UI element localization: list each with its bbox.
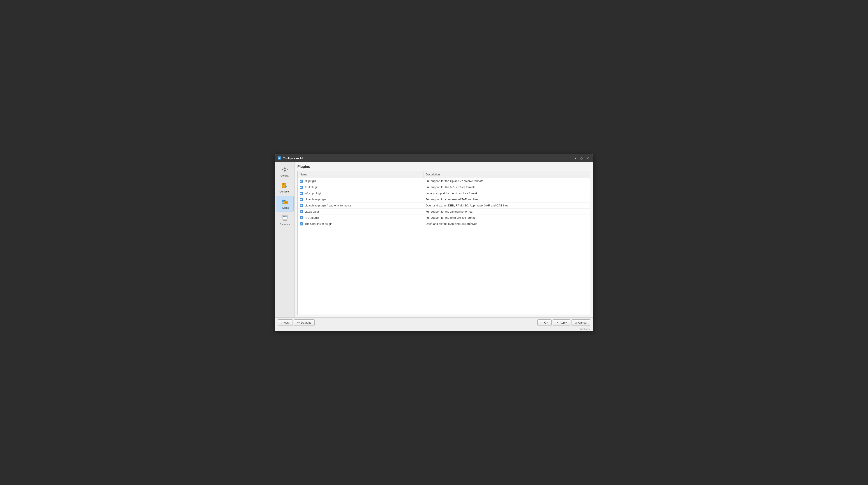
titlebar-left: Configure — Ark [278, 156, 304, 160]
plugin-name-cell: Libzip plugin [300, 210, 421, 213]
plugin-name-cell: Libarchive plugin (read-only formats) [300, 204, 421, 207]
plugin-checkbox-6[interactable] [300, 216, 303, 219]
plugin-checkbox-5[interactable] [300, 210, 303, 213]
plugin-name: Libarchive plugin (read-only formats) [305, 204, 351, 207]
bottom-right: ✓ OK ✓ Apply ⊘ Cancel [537, 319, 590, 326]
minimize-button[interactable]: ▾ [573, 156, 578, 161]
sidebar-item-general-label: General [280, 174, 289, 177]
plugin-name: The Unarchiver plugin [305, 222, 332, 225]
plugin-description: Open and extract RAR and LHA archives [423, 221, 590, 227]
svg-rect-3 [279, 158, 280, 159]
svg-rect-6 [283, 183, 284, 185]
plugin-description: Full support for the zip archive format [423, 208, 590, 215]
plugin-name-cell: ARJ plugin [300, 186, 421, 189]
bottom-bar: ? Help ⟳ Defaults ✓ OK ✓ Apply ⊘ Cancel [275, 317, 593, 327]
plugin-name-cell: Libarchive plugin [300, 198, 421, 201]
sidebar-item-plugins[interactable]: Plugins [276, 196, 293, 211]
general-icon [281, 166, 289, 173]
defaults-icon: ⟳ [297, 321, 300, 324]
sidebar-item-plugins-label: Plugins [281, 206, 289, 209]
plugin-checkbox-3[interactable] [300, 198, 303, 201]
plugin-name: RAR plugin [305, 216, 319, 219]
table-row: Info-zip pluginLegacy support for the zi… [298, 190, 590, 196]
plugin-name: Info-zip plugin [305, 192, 322, 195]
sidebar: General Extraction [275, 162, 295, 317]
svg-rect-18 [285, 217, 287, 217]
svg-rect-11 [282, 202, 284, 204]
content-area: General Extraction [275, 162, 593, 317]
table-header-row: Name Description [298, 171, 590, 178]
main-panel: Plugins Name Description 7z pluginFull s… [295, 162, 593, 317]
defaults-button[interactable]: ⟳ Defaults [294, 319, 315, 326]
svg-rect-17 [285, 216, 287, 217]
svg-rect-2 [280, 158, 280, 158]
plugin-description: Full support for the RAR archive format [423, 215, 590, 221]
svg-rect-19 [283, 218, 287, 218]
copyright-text: GNU Konoc [275, 327, 593, 331]
configure-window: Configure — Ark ▾ ◇ ✕ [275, 154, 593, 331]
table-row: The Unarchiver pluginOpen and extract RA… [298, 221, 590, 227]
plugin-description: Full support for the ARJ archive formats [423, 184, 590, 190]
table-row: Libarchive pluginFull support for compre… [298, 196, 590, 202]
cancel-icon: ⊘ [575, 321, 577, 324]
help-icon: ? [281, 321, 282, 324]
svg-rect-0 [278, 157, 280, 159]
plugins-icon [281, 198, 289, 205]
ok-button[interactable]: ✓ OK [537, 319, 552, 326]
plugin-name: Libzip plugin [305, 210, 320, 213]
plugin-checkbox-4[interactable] [300, 204, 303, 207]
plugin-table-container: Name Description 7z pluginFull support f… [297, 171, 590, 315]
plugin-name: Libarchive plugin [305, 198, 326, 201]
sidebar-item-previews[interactable]: Previews [276, 212, 293, 227]
bottom-left: ? Help ⟳ Defaults [278, 319, 315, 326]
window-title: Configure — Ark [283, 157, 304, 160]
plugin-checkbox-7[interactable] [300, 222, 303, 225]
cancel-button[interactable]: ⊘ Cancel [571, 319, 590, 326]
col-header-name: Name [298, 171, 423, 178]
apply-check-icon: ✓ [556, 321, 559, 324]
close-button[interactable]: ✕ [585, 156, 590, 161]
svg-rect-16 [283, 216, 285, 217]
plugin-name-cell: RAR plugin [300, 216, 421, 219]
table-row: ARJ pluginFull support for the ARJ archi… [298, 184, 590, 190]
titlebar: Configure — Ark ▾ ◇ ✕ [275, 154, 593, 162]
plugin-name-cell: The Unarchiver plugin [300, 222, 421, 225]
sidebar-item-general[interactable]: General [276, 164, 293, 179]
svg-rect-21 [283, 220, 287, 221]
apply-button[interactable]: ✓ Apply [553, 319, 570, 326]
sidebar-item-previews-label: Previews [280, 223, 290, 226]
plugin-description: Open and extract DEB, RPM, ISO, AppImage… [423, 202, 590, 208]
plugin-name: ARJ plugin [305, 186, 318, 189]
plugin-name-cell: 7z plugin [300, 180, 421, 183]
svg-rect-20 [284, 220, 286, 220]
sidebar-item-extraction-label: Extraction [279, 190, 290, 193]
plugin-name: 7z plugin [305, 180, 316, 183]
table-row: 7z pluginFull support for the zip and 7z… [298, 178, 590, 184]
plugin-description: Legacy support for the zip archive forma… [423, 190, 590, 196]
table-row: Libzip pluginFull support for the zip ar… [298, 208, 590, 215]
svg-rect-5 [282, 183, 286, 188]
plugin-checkbox-1[interactable] [300, 186, 303, 189]
plugin-checkbox-0[interactable] [300, 180, 303, 183]
plugin-description: Full support for compressed TAR archives [423, 196, 590, 202]
plugin-name-cell: Info-zip plugin [300, 192, 421, 195]
plugin-description: Full support for the zip and 7z archive … [423, 178, 590, 184]
plugin-table: Name Description 7z pluginFull support f… [298, 171, 590, 227]
ok-check-icon: ✓ [541, 321, 543, 324]
help-button[interactable]: ? Help [278, 319, 293, 326]
maximize-button[interactable]: ◇ [579, 156, 584, 161]
previews-icon [281, 214, 289, 222]
plugin-checkbox-2[interactable] [300, 192, 303, 195]
svg-rect-1 [279, 158, 279, 158]
sidebar-item-extraction[interactable]: Extraction [276, 180, 293, 195]
col-header-description: Description [423, 171, 590, 178]
svg-point-4 [284, 168, 286, 171]
svg-point-13 [285, 202, 287, 203]
window-controls: ▾ ◇ ✕ [573, 156, 590, 161]
table-row: RAR pluginFull support for the RAR archi… [298, 215, 590, 221]
svg-rect-10 [285, 200, 286, 201]
extraction-icon [281, 182, 289, 189]
app-icon [278, 156, 281, 160]
panel-title: Plugins [297, 165, 590, 169]
table-row: Libarchive plugin (read-only formats)Ope… [298, 202, 590, 208]
